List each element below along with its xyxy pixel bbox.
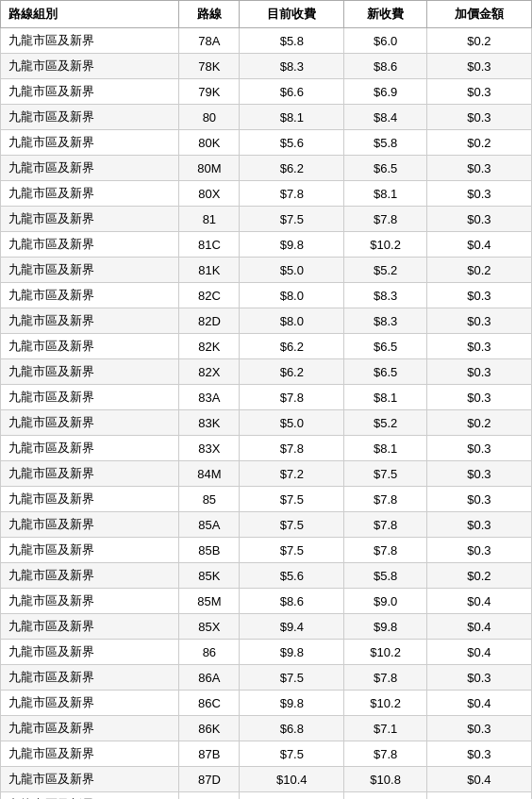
- cell-increase: $0.3: [426, 487, 531, 512]
- cell-route: 85X: [179, 614, 240, 640]
- cell-route: 80X: [179, 181, 240, 207]
- fare-table: 路線組別 路線 目前收費 新收費 加價金額 九龍市區及新界78A$5.8$6.0…: [0, 0, 532, 799]
- cell-increase: $0.4: [426, 589, 531, 614]
- cell-increase: $0.4: [426, 767, 531, 792]
- cell-route: 78A: [179, 28, 240, 54]
- table-row: 九龍市區及新界80$8.1$8.4$0.3: [1, 105, 532, 130]
- cell-new-fare: $5.8: [344, 130, 426, 156]
- cell-route: 85M: [179, 589, 240, 614]
- cell-current-fare: $9.8: [240, 232, 344, 258]
- cell-current-fare: $5.6: [240, 563, 344, 589]
- cell-category: 九龍市區及新界: [1, 767, 179, 792]
- cell-current-fare: $7.5: [240, 487, 344, 512]
- cell-category: 九龍市區及新界: [1, 410, 179, 436]
- cell-category: 九龍市區及新界: [1, 538, 179, 563]
- header-category: 路線組別: [1, 1, 179, 28]
- table-row: 九龍市區及新界82D$8.0$8.3$0.3: [1, 308, 532, 334]
- cell-increase: $0.3: [426, 334, 531, 359]
- cell-new-fare: $8.1: [344, 385, 426, 410]
- cell-category: 九龍市區及新界: [1, 130, 179, 156]
- cell-route: 83A: [179, 385, 240, 410]
- cell-category: 九龍市區及新界: [1, 436, 179, 461]
- table-row: 九龍市區及新界85M$8.6$9.0$0.4: [1, 589, 532, 614]
- cell-route: 85K: [179, 563, 240, 589]
- cell-new-fare: $10.2: [344, 232, 426, 258]
- cell-current-fare: $4.8: [240, 792, 344, 800]
- cell-new-fare: $8.4: [344, 105, 426, 130]
- cell-new-fare: $6.5: [344, 334, 426, 359]
- cell-increase: $0.3: [426, 436, 531, 461]
- cell-category: 九龍市區及新界: [1, 359, 179, 385]
- table-row: 九龍市區及新界85B$7.5$7.8$0.3: [1, 538, 532, 563]
- cell-route: 87B: [179, 741, 240, 767]
- cell-increase: $0.3: [426, 181, 531, 207]
- cell-new-fare: $8.3: [344, 283, 426, 308]
- cell-route: 86C: [179, 691, 240, 716]
- table-row: 九龍市區及新界81$7.5$7.8$0.3: [1, 207, 532, 232]
- cell-route: 86: [179, 640, 240, 665]
- cell-increase: $0.3: [426, 283, 531, 308]
- table-row: 九龍市區及新界82X$6.2$6.5$0.3: [1, 359, 532, 385]
- cell-increase: $0.3: [426, 79, 531, 105]
- cell-increase: $0.3: [426, 105, 531, 130]
- cell-category: 九龍市區及新界: [1, 334, 179, 359]
- cell-category: 九龍市區及新界: [1, 741, 179, 767]
- cell-new-fare: $10.8: [344, 767, 426, 792]
- header-route: 路線: [179, 1, 240, 28]
- cell-route: 83X: [179, 436, 240, 461]
- table-row: 九龍市區及新界85X$9.4$9.8$0.4: [1, 614, 532, 640]
- cell-increase: $0.2: [426, 258, 531, 283]
- cell-new-fare: $7.8: [344, 741, 426, 767]
- cell-increase: $0.3: [426, 512, 531, 538]
- table-row: 九龍市區及新界87D$10.4$10.8$0.4: [1, 767, 532, 792]
- cell-new-fare: $5.2: [344, 258, 426, 283]
- table-row: 九龍市區及新界81C$9.8$10.2$0.4: [1, 232, 532, 258]
- cell-new-fare: $5.8: [344, 563, 426, 589]
- cell-current-fare: $5.0: [240, 258, 344, 283]
- cell-current-fare: $6.2: [240, 156, 344, 181]
- cell-new-fare: $7.8: [344, 512, 426, 538]
- cell-route: 86K: [179, 716, 240, 741]
- cell-current-fare: $7.2: [240, 461, 344, 487]
- cell-route: 79K: [179, 79, 240, 105]
- cell-current-fare: $9.4: [240, 614, 344, 640]
- table-row: 九龍市區及新界82K$6.2$6.5$0.3: [1, 334, 532, 359]
- cell-route: 81C: [179, 232, 240, 258]
- cell-current-fare: $7.8: [240, 385, 344, 410]
- table-row: 九龍市區及新界86$9.8$10.2$0.4: [1, 640, 532, 665]
- table-row: 九龍市區及新界80X$7.8$8.1$0.3: [1, 181, 532, 207]
- header-increase: 加價金額: [426, 1, 531, 28]
- cell-new-fare: $10.2: [344, 691, 426, 716]
- cell-new-fare: $9.0: [344, 589, 426, 614]
- cell-category: 九龍市區及新界: [1, 487, 179, 512]
- cell-increase: $0.3: [426, 156, 531, 181]
- cell-increase: $0.3: [426, 54, 531, 79]
- table-row: 九龍市區及新界80K$5.6$5.8$0.2: [1, 130, 532, 156]
- cell-increase: $0.3: [426, 461, 531, 487]
- table-row: 九龍市區及新界87B$7.5$7.8$0.3: [1, 741, 532, 767]
- cell-current-fare: $7.5: [240, 741, 344, 767]
- table-row: 九龍市區及新界83X$7.8$8.1$0.3: [1, 436, 532, 461]
- cell-category: 九龍市區及新界: [1, 691, 179, 716]
- cell-new-fare: $6.0: [344, 28, 426, 54]
- cell-route: 83K: [179, 410, 240, 436]
- cell-new-fare: $6.9: [344, 79, 426, 105]
- cell-current-fare: $7.8: [240, 436, 344, 461]
- cell-increase: $0.2: [426, 563, 531, 589]
- table-row: 九龍市區及新界83A$7.8$8.1$0.3: [1, 385, 532, 410]
- cell-current-fare: $7.5: [240, 207, 344, 232]
- cell-new-fare: $8.3: [344, 308, 426, 334]
- cell-current-fare: $8.1: [240, 105, 344, 130]
- cell-route: 85: [179, 487, 240, 512]
- cell-current-fare: $10.4: [240, 767, 344, 792]
- cell-increase: $0.4: [426, 614, 531, 640]
- cell-new-fare: $5.2: [344, 410, 426, 436]
- cell-new-fare: $6.5: [344, 359, 426, 385]
- cell-increase: $0.3: [426, 665, 531, 691]
- cell-route: 80M: [179, 156, 240, 181]
- cell-category: 九龍市區及新界: [1, 640, 179, 665]
- table-row: 九龍市區及新界78A$5.8$6.0$0.2: [1, 28, 532, 54]
- table-row: 九龍市區及新界78K$8.3$8.6$0.3: [1, 54, 532, 79]
- cell-category: 九龍市區及新界: [1, 283, 179, 308]
- cell-new-fare: $7.8: [344, 487, 426, 512]
